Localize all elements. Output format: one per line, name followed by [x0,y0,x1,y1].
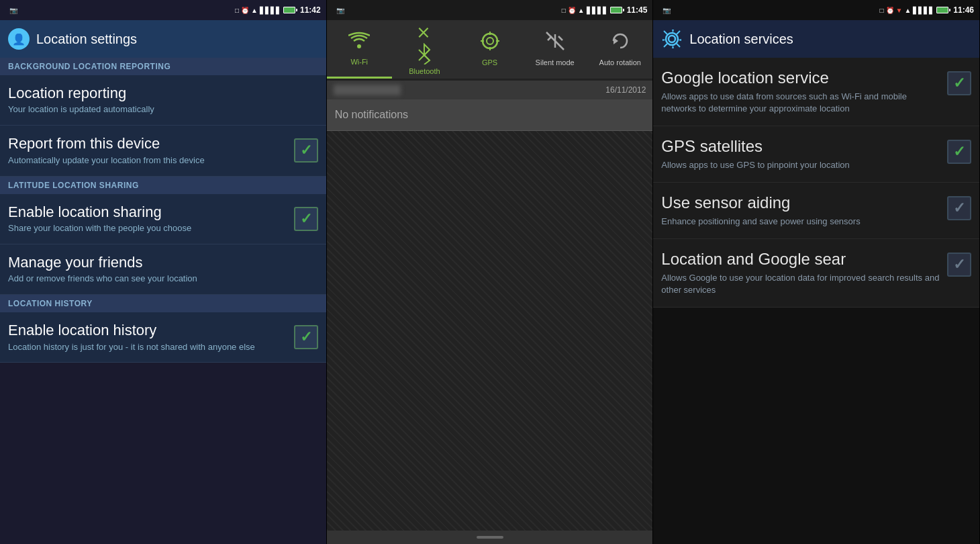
gps-qs-icon [480,31,500,56]
location-settings-icon: 👤 [8,28,30,50]
ls-item-google[interactable]: Google location service Allows apps to u… [653,58,979,126]
ls-checkbox-google-search[interactable] [947,253,971,277]
camera-icon-p3: 📷 [658,7,671,14]
setting-title-enable-sharing: Enable location sharing [8,203,289,221]
bottom-handle [327,531,653,544]
setting-subtitle-enable-history: Location history is just for you - it is… [8,342,289,353]
camera-icon-p2: 📷 [332,7,344,14]
section-header-latitude: Latitude location sharing [0,177,326,194]
qs-bluetooth[interactable]: ⨯ Bluetooth [392,20,457,79]
ls-checkbox-google[interactable] [947,71,971,95]
qs-gps-label: GPS [482,58,497,66]
ls-checkbox-gps[interactable] [947,140,971,164]
setting-item-enable-history[interactable]: Enable location history Location history… [0,312,326,363]
signal-icon-p3: ▋▋▋▋ [913,7,934,14]
svg-point-1 [483,34,497,48]
ls-subtitle-google-search: Allows Google to use your location data … [661,272,942,296]
svg-point-9 [669,36,675,42]
notification-date: 16/11/2012 [605,85,646,95]
status-time-p2: 11:45 [627,5,648,15]
qs-silent-label: Silent mode [536,58,575,66]
ls-title-sensor: Use sensor aiding [661,193,942,213]
sim-icon: □ [235,7,239,14]
status-bar-panel1: 📷 □ ⏰ ▲ ▋▋▋▋ 11:42 [0,0,326,20]
status-time-p3: 11:46 [953,5,974,15]
dark-background-area [327,131,653,531]
app-header-p1: 👤 Location settings [0,20,326,58]
alarm-icon: ⏰ [241,7,249,14]
signal-icon: ▋▋▋▋ [260,7,281,14]
setting-subtitle-report-device: Automatically update your location from … [8,155,289,167]
panel-location-settings: 📷 □ ⏰ ▲ ▋▋▋▋ 11:42 👤 Location settings B… [0,0,327,544]
wifi-icon-p2: ▲ [578,7,585,14]
app-header-p3: Location services [653,20,979,58]
qs-autorotate[interactable]: Auto rotation [587,20,652,79]
wifi-qs-icon [348,32,370,55]
setting-item-location-reporting[interactable]: Location reporting Your location is upda… [0,75,326,126]
setting-title-report-device: Report from this device [8,135,289,152]
setting-item-enable-sharing[interactable]: Enable location sharing Share your locat… [0,194,326,244]
status-bar-panel2: 📷 □ ⏰ ▲ ▋▋▋▋ 11:45 [327,0,653,20]
notification-blurred [334,85,401,95]
handle-bar [477,536,503,539]
silent-qs-icon [545,31,565,56]
setting-subtitle-location-reporting: Your location is updated automatically [8,104,313,116]
ls-checkbox-sensor[interactable] [947,196,971,220]
gear-icon [661,28,683,50]
ls-title-gps: GPS satellites [661,137,942,156]
location-status-icon: ▼ [896,7,903,14]
svg-point-0 [357,44,361,48]
ls-item-sensor[interactable]: Use sensor aiding Enhance positioning an… [653,183,979,239]
status-icons-p1: 📷 [5,7,17,14]
autorotate-qs-icon [610,31,630,56]
no-notifications-section: No notifications [327,99,653,131]
sim-icon-p2: □ [562,7,566,14]
battery-icon-p1 [283,7,295,13]
alarm-icon-p3: ⏰ [886,7,894,14]
alarm-icon-p2: ⏰ [568,7,576,14]
qs-wifi[interactable]: Wi-Fi [327,20,392,79]
qs-silent[interactable]: Silent mode [522,20,587,79]
qs-gps[interactable]: GPS [457,20,522,79]
svg-marker-8 [614,38,618,44]
setting-title-manage-friends: Manage your friends [8,254,313,271]
setting-item-report-device[interactable]: Report from this device Automatically up… [0,126,326,176]
svg-point-2 [487,38,493,44]
ls-item-google-search[interactable]: Location and Google sear Allows Google t… [653,239,979,308]
ls-title-google: Google location service [661,69,942,88]
qs-autorotate-label: Auto rotation [599,58,641,66]
bluetooth-qs-icon: ⨯ [416,22,432,64]
ls-item-gps[interactable]: GPS satellites Allows apps to use GPS to… [653,126,979,183]
qs-bluetooth-label: Bluetooth [409,67,440,75]
battery-icon-p3 [936,7,948,13]
setting-title-enable-history: Enable location history [8,322,289,339]
ls-subtitle-google: Allows apps to use data from sources suc… [661,91,942,115]
app-header-title-p3: Location services [689,32,793,47]
section-header-background: Background location reporting [0,58,326,75]
svg-point-10 [666,33,678,45]
app-header-title-p1: Location settings [36,32,137,47]
setting-title-location-reporting: Location reporting [8,85,313,102]
checkbox-enable-history[interactable] [294,325,318,349]
sim-icon-p3: □ [879,7,883,14]
no-notifications-text: No notifications [335,109,408,120]
ls-title-google-search: Location and Google sear [661,250,942,269]
checkbox-enable-sharing[interactable] [294,207,318,231]
notification-bar: 16/11/2012 [327,81,653,99]
battery-icon-p2 [610,7,622,13]
qs-wifi-label: Wi-Fi [350,58,368,66]
panel-quick-settings: 📷 □ ⏰ ▲ ▋▋▋▋ 11:45 Wi-Fi [327,0,654,544]
setting-item-manage-friends[interactable]: Manage your friends Add or remove friend… [0,244,326,295]
ls-subtitle-gps: Allows apps to use GPS to pinpoint your … [661,159,942,171]
ls-subtitle-sensor: Enhance positioning and save power using… [661,216,942,228]
setting-subtitle-enable-sharing: Share your location with the people you … [8,223,289,234]
section-header-history: Location history [0,295,326,312]
wifi-icon-p3: ▲ [904,7,911,14]
panel-location-services: 📷 □ ⏰ ▼ ▲ ▋▋▋▋ 11:46 [653,0,980,544]
wifi-status-icon: ▲ [251,7,258,14]
setting-subtitle-manage-friends: Add or remove friends who can see your l… [8,273,313,285]
signal-icon-p2: ▋▋▋▋ [587,7,608,14]
checkbox-report-device[interactable] [294,138,318,163]
status-bar-panel3: 📷 □ ⏰ ▼ ▲ ▋▋▋▋ 11:46 [653,0,979,20]
status-time-p1: 11:42 [300,5,321,15]
